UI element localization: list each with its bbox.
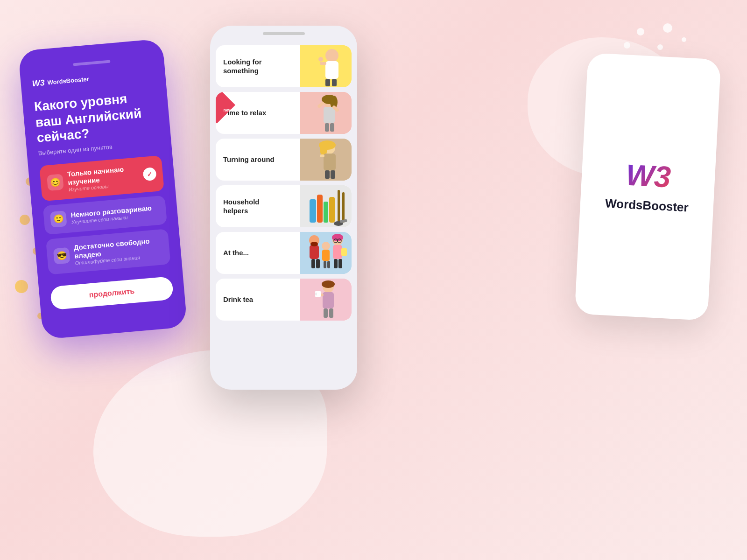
level-option-advanced[interactable]: 😎 Достаточно свободно владею Отшлифуйте … xyxy=(46,229,171,275)
level-icon-beginner: 😊 xyxy=(47,174,64,191)
lesson-image-3 xyxy=(300,139,352,181)
logo-text-left: WordsBooster xyxy=(47,76,89,86)
svg-rect-51 xyxy=(341,248,347,256)
lesson-title-5: At the... xyxy=(216,248,300,258)
phone-mid: Looking for something new xyxy=(210,26,357,390)
lesson-image-4 xyxy=(300,185,352,227)
decorative-dot-white xyxy=(657,44,663,50)
phone-left-logo: W3 WordsBooster xyxy=(32,69,155,89)
lesson-item-5[interactable]: At the... xyxy=(216,232,352,274)
lesson-title-1: Looking for something xyxy=(216,57,300,76)
continue-button[interactable]: продолжить xyxy=(50,276,174,310)
lesson-item-3[interactable]: Turning around xyxy=(216,139,352,181)
svg-rect-26 xyxy=(317,195,323,223)
svg-rect-47 xyxy=(338,259,342,268)
phone-left-title: Какого уровняваш Английскийсейчас? xyxy=(34,88,160,146)
svg-rect-55 xyxy=(323,292,334,308)
svg-rect-60 xyxy=(329,308,333,318)
lesson-item-1[interactable]: Looking for something xyxy=(216,45,352,87)
lesson-image-6 xyxy=(300,279,352,321)
level-icon-intermediate: 🙂 xyxy=(50,210,67,228)
svg-rect-29 xyxy=(338,190,340,223)
svg-rect-20 xyxy=(324,154,336,170)
level-option-intermediate[interactable]: 🙂 Немного разговариваю Улучшите свои нав… xyxy=(43,195,167,235)
svg-point-6 xyxy=(318,57,323,62)
level-text-intermediate: Немного разговариваю Улучшите свои навык… xyxy=(70,203,160,224)
svg-rect-41 xyxy=(324,261,326,268)
svg-rect-2 xyxy=(325,61,338,79)
svg-rect-3 xyxy=(320,62,326,65)
svg-rect-4 xyxy=(325,79,330,86)
svg-rect-22 xyxy=(325,170,330,179)
svg-point-1 xyxy=(325,49,338,62)
logo-icon-left: W3 xyxy=(32,78,45,89)
svg-rect-45 xyxy=(333,245,342,259)
lesson-title-3: Turning around xyxy=(216,155,300,164)
lesson-list: Looking for something new xyxy=(210,39,357,321)
svg-rect-38 xyxy=(316,259,320,268)
svg-rect-35 xyxy=(310,245,319,259)
lesson-image-5 xyxy=(300,232,352,274)
lesson-image-1 xyxy=(300,45,352,87)
lesson-item-2[interactable]: new Time to relax xyxy=(216,92,352,134)
level-text-beginner: Только начинаю изучение Изучите основы xyxy=(67,164,140,192)
svg-rect-25 xyxy=(310,199,316,223)
decorative-dot xyxy=(15,280,28,293)
svg-rect-46 xyxy=(334,259,338,268)
wordbooster-logo-text-right: WordsBooster xyxy=(605,196,689,215)
decorative-dot xyxy=(20,215,30,225)
decorative-dot-white xyxy=(682,37,686,42)
svg-rect-15 xyxy=(330,123,334,132)
svg-rect-42 xyxy=(327,261,330,268)
new-badge-text: new xyxy=(224,108,232,112)
svg-rect-58 xyxy=(315,293,317,295)
phone-left-notch xyxy=(73,60,110,66)
decorative-dot-white xyxy=(637,28,644,35)
svg-rect-37 xyxy=(311,259,315,268)
level-option-beginner[interactable]: 😊 Только начинаю изучение Изучите основы… xyxy=(39,155,164,202)
svg-rect-21 xyxy=(320,154,324,157)
new-badge: new xyxy=(216,92,235,124)
svg-point-36 xyxy=(310,242,318,246)
level-icon-advanced: 😎 xyxy=(53,247,70,265)
level-text-advanced: Достаточно свободно владею Отшлифуйте св… xyxy=(73,236,163,266)
phone-mid-notch xyxy=(263,32,305,35)
level-check-beginner: ✓ xyxy=(142,167,156,181)
phone-left: W3 WordsBooster Какого уровняваш Английс… xyxy=(18,39,188,340)
decorative-dot-white xyxy=(624,42,630,49)
lesson-title-4: Householdhelpers xyxy=(216,197,300,216)
wordbooster-logo-icon-right: W3 xyxy=(625,160,671,192)
svg-rect-23 xyxy=(331,170,335,179)
svg-rect-27 xyxy=(324,202,328,223)
svg-rect-14 xyxy=(325,123,329,132)
lesson-item-6[interactable]: Drink tea xyxy=(216,279,352,321)
lesson-item-4[interactable]: Householdhelpers xyxy=(216,185,352,227)
svg-rect-59 xyxy=(324,308,328,318)
phone-right: W3 WordsBooster xyxy=(575,53,721,321)
svg-point-39 xyxy=(322,242,330,250)
svg-rect-28 xyxy=(329,197,335,223)
svg-rect-40 xyxy=(322,250,330,261)
lesson-image-2 xyxy=(300,92,352,134)
svg-point-54 xyxy=(322,280,335,288)
decorative-dot-white xyxy=(663,23,672,33)
svg-rect-31 xyxy=(342,192,345,223)
svg-rect-11 xyxy=(324,107,335,123)
svg-rect-5 xyxy=(332,79,337,86)
lesson-title-6: Drink tea xyxy=(216,295,300,304)
